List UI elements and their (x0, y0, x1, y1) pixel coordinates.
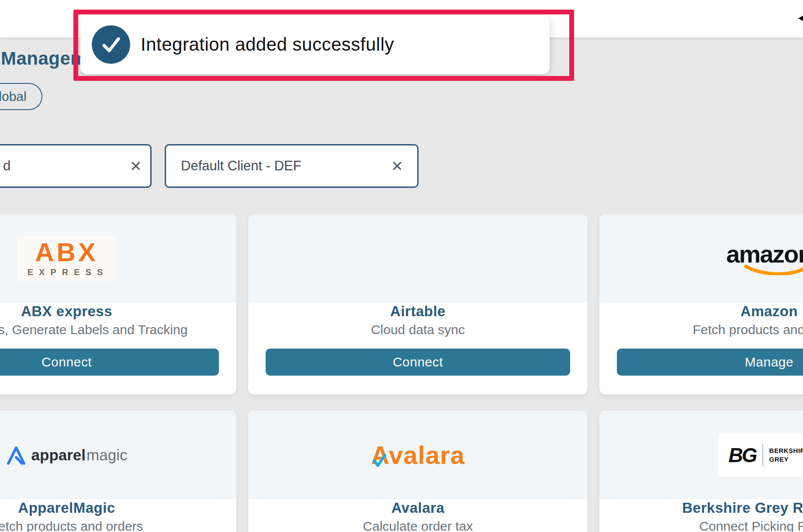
card-title: Berkshire Grey Robotics (599, 500, 803, 516)
connect-button[interactable]: Connect (0, 349, 219, 376)
scope-chip-global[interactable]: Global (0, 83, 42, 110)
clear-icon[interactable]: ✕ (130, 159, 142, 173)
integration-card-abx-express: ABX EXPRESS ABX express Get Rates, Gener… (0, 214, 236, 394)
card-description: Get Rates, Generate Labels and Tracking (0, 322, 236, 337)
client-filter-select[interactable]: Default Client - DEF ✕ (165, 144, 419, 188)
cursor-arrow-icon (798, 14, 803, 23)
apparelmagic-mark-icon (6, 445, 26, 465)
card-description: Fetch products and orders (0, 519, 236, 532)
manage-button[interactable]: Manage (617, 349, 803, 376)
integration-card-berkshire-grey: BG BERKSHIRE GREY Berkshire Grey Robotic… (599, 411, 803, 532)
integration-card-airtable: Airtable Cloud data sync Connect (248, 214, 588, 394)
check-icon (92, 25, 130, 64)
card-description: Connect Picking Robots (599, 519, 803, 532)
connect-button[interactable]: Connect (266, 349, 570, 376)
card-logo-area: ABX EXPRESS (0, 214, 236, 303)
clear-icon[interactable]: ✕ (391, 159, 403, 173)
card-logo-area: amazon (599, 214, 803, 303)
scope-chip-label: Global (0, 89, 27, 104)
card-logo-area: BG BERKSHIRE GREY (599, 411, 803, 499)
card-logo-area: Avalara (248, 411, 588, 499)
integrations-page: Management Global d ✕ Default Client - D… (0, 0, 803, 532)
card-title: Avalara (248, 500, 588, 516)
abx-express-logo: ABX EXPRESS (17, 236, 116, 281)
avalara-check-icon (373, 454, 387, 467)
card-logo-area: apparel magic (0, 411, 236, 499)
apparelmagic-logo: apparel magic (6, 445, 128, 465)
brand-filter-value: d (3, 158, 10, 174)
brand-filter-select[interactable]: d ✕ (0, 144, 152, 188)
integration-card-apparelmagic: apparel magic ApparelMagic Fetch product… (0, 411, 236, 532)
amazon-smile-icon (744, 265, 803, 275)
integration-card-avalara: Avalara Avalara Calculate order tax (248, 411, 588, 532)
card-description: Calculate order tax (248, 519, 588, 532)
amazon-logo: amazon (726, 242, 803, 275)
client-filter-value: Default Client - DEF (181, 158, 301, 174)
card-title: Airtable (248, 303, 588, 320)
integration-card-amazon: amazon Amazon Fetch products and orders … (599, 214, 803, 394)
logo-divider (762, 444, 763, 466)
card-title: ABX express (0, 303, 236, 320)
card-title: Amazon (599, 303, 803, 320)
success-toast: Integration added successfully (80, 15, 550, 74)
card-description: Fetch products and orders (599, 322, 803, 337)
berkshire-grey-logo: BG BERKSHIRE GREY (718, 433, 803, 477)
avalara-logo: Avalara (371, 440, 464, 470)
card-title: ApparelMagic (0, 500, 236, 516)
card-description: Cloud data sync (248, 322, 588, 337)
card-logo-area (248, 214, 588, 303)
toast-message: Integration added successfully (141, 34, 394, 55)
